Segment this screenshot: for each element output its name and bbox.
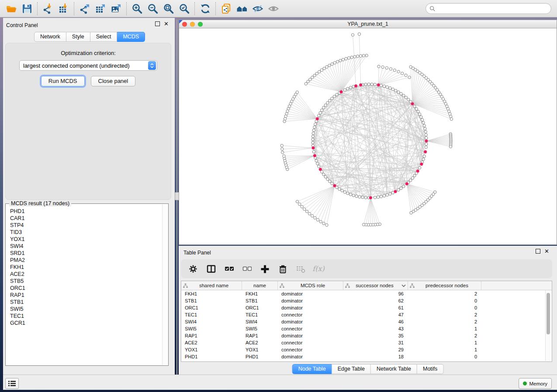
open-file-button[interactable] (3, 2, 19, 16)
mcds-result-item[interactable]: STB1 (10, 299, 164, 306)
export-image-button[interactable] (108, 2, 124, 16)
column-header-successor-nodes[interactable]: successor nodes (343, 281, 408, 290)
table-row[interactable]: SWI4SWI4dominator462 (181, 318, 552, 325)
table-scrollbar[interactable] (545, 290, 551, 361)
mcds-list-scrollbar[interactable] (162, 204, 168, 365)
criterion-select[interactable]: largest connected component (undirected) (19, 60, 157, 71)
float-table-panel-icon[interactable] (536, 249, 540, 254)
float-panel-icon[interactable] (155, 21, 160, 26)
settings-gear-button[interactable] (188, 264, 198, 274)
import-network-button[interactable] (40, 2, 56, 16)
table-row[interactable]: ORC1ORC1dominator610 (181, 304, 552, 311)
mcds-result-item[interactable]: PHD1 (10, 208, 164, 215)
tab-network[interactable]: Network (34, 32, 66, 42)
zoom-out-button[interactable] (145, 2, 161, 16)
network-graph[interactable] (179, 28, 557, 244)
mcds-result-item[interactable]: SWI5 (10, 306, 164, 313)
mcds-result-item[interactable]: ACE2 (10, 271, 164, 278)
import-table-button[interactable] (56, 2, 72, 16)
tab-motifs[interactable]: Motifs (417, 364, 443, 374)
mcds-result-item[interactable]: RAP1 (10, 292, 164, 299)
add-button[interactable] (259, 264, 270, 274)
cell-name: SWI5 (242, 326, 278, 331)
tab-network-table[interactable]: Network Table (371, 364, 417, 374)
add-icon (260, 265, 270, 273)
zoom-in-button[interactable] (129, 2, 145, 16)
column-header-predecessor-nodes[interactable]: predecessor nodes (408, 281, 481, 290)
delete-button[interactable] (277, 264, 288, 274)
show-all-button[interactable] (266, 2, 281, 16)
show-all-icon (268, 3, 279, 14)
column-header-name[interactable]: name (242, 281, 278, 290)
table-panel: Table Panel ✕ f(x) shared namenameMCDS r… (179, 246, 557, 375)
close-panel-button[interactable]: Close panel (91, 76, 136, 86)
table-row[interactable]: STB1STB1dominator620 (181, 297, 552, 304)
table-row[interactable]: YOX1YOX1connector291 (181, 346, 552, 353)
table-row[interactable]: RAP1RAP1dominator352 (181, 332, 552, 339)
mcds-result-item[interactable]: STP4 (10, 222, 164, 229)
first-neighbors-icon (236, 3, 248, 14)
save-session-button[interactable] (19, 2, 35, 16)
mcds-result-item[interactable]: STB5 (10, 278, 164, 285)
cell-predecessor-nodes: 0 (408, 305, 481, 310)
tab-select[interactable]: Select (90, 32, 118, 42)
close-panel-icon[interactable]: ✕ (164, 22, 169, 26)
network-canvas[interactable] (179, 28, 557, 244)
columns-button[interactable] (206, 264, 216, 274)
table-scrollbar-thumb[interactable] (547, 293, 550, 334)
mcds-panel: Optimization criterion: largest connecte… (5, 43, 171, 200)
duplicate-network-button[interactable] (218, 2, 234, 16)
mcds-result-item[interactable]: YOX1 (10, 236, 164, 243)
column-header-MCDS-role[interactable]: MCDS role (278, 281, 343, 290)
search-field[interactable] (426, 3, 551, 14)
mcds-result-item[interactable]: GCR1 (10, 320, 164, 327)
search-input[interactable] (438, 5, 540, 12)
toolbar-separator (74, 2, 75, 15)
search-icon (429, 6, 436, 12)
refresh-button[interactable] (197, 2, 213, 16)
table-row[interactable]: TEC1TEC1connector472 (181, 311, 552, 318)
import-network-icon (42, 3, 54, 14)
table-row[interactable]: ACE2ACE2connector311 (181, 339, 552, 346)
cell-predecessor-nodes: 2 (408, 333, 481, 338)
tab-node-table[interactable]: Node Table (292, 364, 332, 374)
mcds-result-item[interactable]: TEC1 (10, 313, 164, 320)
toolbar-separator (194, 2, 195, 15)
hide-selected-button[interactable] (250, 2, 266, 16)
close-table-panel-icon[interactable]: ✕ (544, 249, 549, 253)
cell-name: SWI4 (242, 319, 278, 324)
mcds-result-item[interactable]: PMA2 (10, 257, 164, 264)
function-builder-button: f(x) (313, 264, 324, 274)
table-row[interactable]: PHD1PHD1dominator180 (181, 353, 552, 360)
zoom-selected-button[interactable] (176, 2, 192, 16)
table-row[interactable]: SWI5SWI5connector431 (181, 325, 552, 332)
window-focus-corner (179, 20, 183, 24)
table-row[interactable]: FKH1FKH1dominator962 (181, 290, 552, 297)
mcds-result-item[interactable]: ORC1 (10, 285, 164, 292)
zoom-fit-button[interactable] (161, 2, 176, 16)
tab-edge-table[interactable]: Edge Table (332, 364, 371, 374)
mcds-result-item[interactable]: SWI4 (10, 243, 164, 250)
mcds-result-item[interactable]: CAR1 (10, 215, 164, 222)
export-network-button[interactable] (77, 2, 93, 16)
select-all-button[interactable] (224, 264, 234, 274)
delete-table-button (295, 264, 306, 274)
export-table-button[interactable] (93, 2, 108, 16)
mcds-result-item[interactable]: FKH1 (10, 264, 164, 271)
open-file-icon (6, 3, 17, 14)
mcds-result-item[interactable]: TID3 (10, 229, 164, 236)
tab-style[interactable]: Style (66, 32, 90, 42)
node-table: shared namenameMCDS rolesuccessor nodesp… (181, 281, 552, 362)
show-panels-button[interactable] (5, 378, 19, 389)
run-mcds-button[interactable]: Run MCDS (41, 76, 85, 86)
first-neighbors-button[interactable] (234, 2, 250, 16)
mcds-result-item[interactable]: SRD1 (10, 250, 164, 257)
network-window-titlebar[interactable]: YPA_prune.txt_1 (179, 20, 557, 28)
column-header-shared-name[interactable]: shared name (181, 281, 242, 290)
tab-mcds[interactable]: MCDS (117, 32, 145, 42)
memory-button[interactable]: Memory (519, 378, 552, 389)
cell-successor-nodes: 96 (343, 291, 408, 296)
select-all-icon (225, 265, 234, 273)
deselect-all-button[interactable] (242, 264, 252, 274)
hierarchy-icon (345, 283, 350, 288)
